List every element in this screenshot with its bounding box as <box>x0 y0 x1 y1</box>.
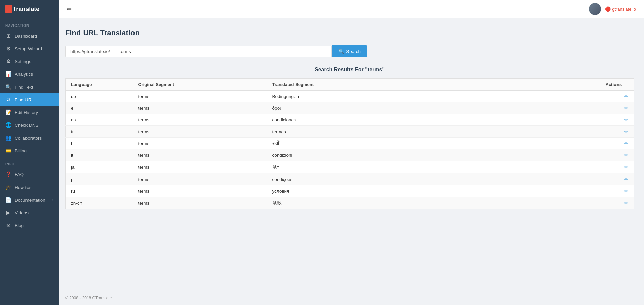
logo-bracket: G <box>5 5 12 13</box>
page-title: Find URL Translation <box>65 29 634 37</box>
edit-icon[interactable]: ✏ <box>624 94 628 99</box>
cell-actions: ✏ <box>600 91 634 102</box>
edit-history-icon: 📝 <box>5 109 11 115</box>
results-table: Language Original Segment Translated Seg… <box>65 78 634 209</box>
faq-icon: ❓ <box>5 171 11 177</box>
sidebar-item-label: Setup Wizard <box>15 46 53 51</box>
dashboard-icon: ⊞ <box>5 33 11 39</box>
cell-actions: ✏ <box>600 197 634 209</box>
sidebar-item-setup-wizard[interactable]: ⚙ Setup Wizard <box>0 42 59 55</box>
sidebar-item-blog[interactable]: ✉ Blog <box>0 219 59 232</box>
collaborators-icon: 👥 <box>5 135 11 141</box>
sidebar-item-faq[interactable]: ❓ FAQ <box>0 168 59 181</box>
cell-translated: Bedingungen <box>267 91 600 102</box>
cell-original: terms <box>133 185 267 197</box>
sidebar-item-label: How-tos <box>15 185 53 190</box>
sidebar-item-edit-history[interactable]: 📝 Edit History <box>0 106 59 119</box>
edit-icon[interactable]: ✏ <box>624 105 628 111</box>
avatar[interactable] <box>589 3 601 15</box>
table-row: pt terms condições ✏ <box>66 173 634 185</box>
brand-link[interactable]: 🔴 gtranslate.io <box>605 6 636 12</box>
main-panel: ⇐ 🔴 gtranslate.io Find URL Translation h… <box>59 0 644 305</box>
sidebar-item-collaborators[interactable]: 👥 Collaborators <box>0 132 59 144</box>
cell-translated: condizioni <box>267 149 600 161</box>
cell-translated: 条款 <box>267 197 600 209</box>
sidebar-item-label: Blog <box>15 223 53 228</box>
sidebar-item-check-dns[interactable]: 🌐 Check DNS <box>0 119 59 132</box>
cell-language: ja <box>66 161 133 173</box>
avatar-image <box>589 3 601 15</box>
edit-icon[interactable]: ✏ <box>624 129 628 134</box>
table-row: zh-cn terms 条款 ✏ <box>66 197 634 209</box>
documentation-icon: 📄 <box>5 197 11 203</box>
search-prefix: https://gtranslate.io/ <box>65 46 115 57</box>
analytics-icon: 📊 <box>5 71 11 77</box>
cell-original: terms <box>133 149 267 161</box>
cell-language: es <box>66 114 133 126</box>
cell-original: terms <box>133 91 267 102</box>
hamburger-icon[interactable]: ⇐ <box>67 5 72 13</box>
table-row: es terms condiciones ✏ <box>66 114 634 126</box>
search-bar: https://gtranslate.io/ 🔍 Search <box>65 45 367 57</box>
sidebar-item-label: Documentation <box>15 198 49 203</box>
cell-original: terms <box>133 161 267 173</box>
sidebar-item-label: Settings <box>15 59 53 64</box>
search-input[interactable] <box>115 46 332 57</box>
settings-icon: ⚙ <box>5 58 11 64</box>
cell-actions: ✏ <box>600 173 634 185</box>
cell-actions: ✏ <box>600 102 634 114</box>
cell-language: ru <box>66 185 133 197</box>
edit-icon[interactable]: ✏ <box>624 152 628 158</box>
sidebar-item-billing[interactable]: 💳 Billing <box>0 144 59 157</box>
sidebar-item-label: Find Text <box>15 85 53 90</box>
sidebar-item-analytics[interactable]: 📊 Analytics <box>0 68 59 81</box>
search-button-label: Search <box>346 49 361 54</box>
cell-original: terms <box>133 138 267 149</box>
sidebar-item-settings[interactable]: ⚙ Settings <box>0 55 59 68</box>
edit-icon[interactable]: ✏ <box>624 164 628 170</box>
cell-original: terms <box>133 126 267 138</box>
logo-translate: Translate <box>13 6 39 13</box>
edit-icon[interactable]: ✏ <box>624 117 628 122</box>
cell-language: zh-cn <box>66 197 133 209</box>
cell-actions: ✏ <box>600 114 634 126</box>
cell-language: it <box>66 149 133 161</box>
cell-original: terms <box>133 102 267 114</box>
col-header-language: Language <box>66 79 133 91</box>
sidebar-item-documentation[interactable]: 📄 Documentation › <box>0 194 59 206</box>
table-row: it terms condizioni ✏ <box>66 149 634 161</box>
sidebar-item-label: FAQ <box>15 172 53 177</box>
footer: © 2008 - 2018 GTranslate <box>59 291 644 305</box>
edit-icon[interactable]: ✏ <box>624 200 628 206</box>
blog-icon: ✉ <box>5 222 11 228</box>
sidebar-item-label: Edit History <box>15 110 53 115</box>
sidebar-item-videos[interactable]: ▶ Videos <box>0 206 59 219</box>
sidebar-item-how-tos[interactable]: 🎓 How-tos <box>0 181 59 194</box>
billing-icon: 💳 <box>5 148 11 154</box>
sidebar-item-label: Billing <box>15 148 53 153</box>
brand-link-text: gtranslate.io <box>612 7 636 12</box>
search-button[interactable]: 🔍 Search <box>332 45 367 57</box>
sidebar-item-label: Videos <box>15 210 53 215</box>
table-row: de terms Bedingungen ✏ <box>66 91 634 102</box>
cell-translated: 条件 <box>267 161 600 173</box>
cell-original: terms <box>133 197 267 209</box>
sidebar-item-dashboard[interactable]: ⊞ Dashboard <box>0 30 59 42</box>
how-tos-icon: 🎓 <box>5 184 11 190</box>
results-title: Search Results For "terms" <box>65 67 634 73</box>
videos-icon: ▶ <box>5 210 11 216</box>
cell-actions: ✏ <box>600 185 634 197</box>
sidebar-item-label: Find URL <box>15 97 53 102</box>
nav-section-label: NAVIGATION <box>0 18 59 30</box>
sidebar-item-find-text[interactable]: 🔍 Find Text <box>0 81 59 93</box>
edit-icon[interactable]: ✏ <box>624 176 628 182</box>
check-dns-icon: 🌐 <box>5 122 11 128</box>
content-area: Find URL Translation https://gtranslate.… <box>59 18 644 291</box>
sidebar-item-find-url[interactable]: ↺ Find URL <box>0 93 59 106</box>
cell-language: el <box>66 102 133 114</box>
cell-translated: условия <box>267 185 600 197</box>
sidebar-item-label: Analytics <box>15 72 53 77</box>
edit-icon[interactable]: ✏ <box>624 141 628 146</box>
edit-icon[interactable]: ✏ <box>624 188 628 194</box>
topbar-right: 🔴 gtranslate.io <box>589 3 636 15</box>
